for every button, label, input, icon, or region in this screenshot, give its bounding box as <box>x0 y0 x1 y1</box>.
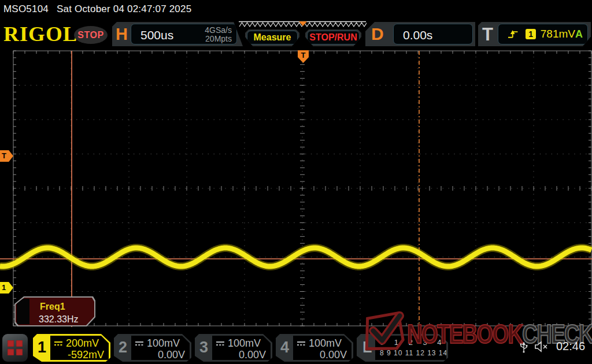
horizontal-menu-block[interactable]: H 500us 4GSa/s 20Mpts <box>112 22 243 46</box>
channel1-scale: 200mV <box>66 337 99 350</box>
delay-box[interactable]: 0.00s <box>393 24 473 44</box>
oscilloscope-screen: MSO5104Sat October 04 02:47:07 2025 RIGO… <box>0 0 592 364</box>
channel2-scale: 100mV <box>147 337 180 350</box>
channel1-offset: -592mV <box>68 349 104 361</box>
channel3-scale: 100mV <box>228 337 261 350</box>
channel2-tab[interactable]: 2 100mV 0.00V <box>114 334 191 362</box>
channel1-number: 1 <box>38 339 46 356</box>
channel2-offset: 0.00V <box>158 349 185 361</box>
sample-rate: 4GSa/s <box>205 26 232 35</box>
channel4-number: 4 <box>280 339 289 356</box>
channel2-panel: 100mV 0.00V <box>131 336 190 360</box>
timebase-box[interactable]: 500us 4GSa/s 20Mpts <box>131 24 237 44</box>
channel1-tab[interactable]: 1 200mV -592mV <box>33 334 110 362</box>
dc-coupling-icon <box>54 341 63 346</box>
status-area: 02:46 <box>519 340 585 353</box>
measurement-result-box[interactable]: Freq1 332.33Hz <box>14 296 95 326</box>
channel4-panel: 100mV 0.00V <box>293 336 352 360</box>
horizontal-label: H <box>116 25 128 44</box>
channel4-tab[interactable]: 4 100mV 0.00V <box>276 334 353 362</box>
measurement-name: Freq1 <box>40 302 65 312</box>
logic-panel: 0 1 2 3 4 5 6 7 8 9 10 11 12 13 14 15 <box>375 336 446 360</box>
logic-label: L <box>362 339 372 356</box>
trigger-source-badge: 1 <box>526 29 535 39</box>
channel2-number: 2 <box>119 339 127 356</box>
trigger-label: T <box>482 24 493 45</box>
channel4-scale: 100mV <box>309 337 342 350</box>
memory-depth: 20Mpts <box>205 35 232 43</box>
delay-value: 0.00s <box>403 28 432 42</box>
channel3-offset: 0.00V <box>239 349 266 361</box>
rigol-logo: RIGOL <box>3 23 77 46</box>
stop-run-button-label: STOP/RUN <box>307 31 360 44</box>
delay-label: D <box>371 24 384 44</box>
logic-channels-tab[interactable]: L 0 1 2 3 4 5 6 7 8 9 10 11 12 13 14 15 <box>357 334 448 362</box>
speaker-muted-icon[interactable] <box>534 340 550 353</box>
channel4-offset: 0.00V <box>320 349 347 361</box>
trigger-menu-block[interactable]: T 1 781mV A <box>478 22 591 46</box>
measure-button-label: Measure <box>247 31 298 44</box>
channel3-panel: 100mV 0.00V <box>212 336 271 360</box>
timebase-value: 500us <box>140 28 173 42</box>
measurement-value: 332.33Hz <box>39 314 79 325</box>
usb-icon <box>519 340 528 353</box>
rising-edge-icon <box>508 29 519 39</box>
dc-coupling-icon <box>216 341 225 346</box>
horizontal-position-strip[interactable] <box>238 21 367 28</box>
dc-coupling-icon <box>297 341 306 346</box>
clock-label: 02:46 <box>556 340 585 353</box>
run-state-badge: STOP <box>74 26 108 44</box>
channel1-panel: 200mV -592mV <box>50 336 109 360</box>
trigger-mode: A <box>575 28 583 40</box>
stop-run-button[interactable]: STOP/RUN <box>305 29 361 46</box>
measurement-strip <box>17 299 29 324</box>
measurement-result-panel: Freq1 332.33Hz <box>16 298 94 325</box>
channel3-tab[interactable]: 3 100mV 0.00V <box>195 334 272 362</box>
trigger-level-value: 781mV <box>541 28 575 40</box>
logic-channels-8-15: 8 9 10 11 12 13 14 15 <box>380 349 459 357</box>
trigger-box[interactable]: 1 781mV A <box>498 24 588 44</box>
measure-button[interactable]: Measure <box>245 29 299 46</box>
dc-coupling-icon <box>135 341 144 346</box>
menu-grid-icon <box>8 340 23 355</box>
main-menu-button[interactable] <box>2 334 28 362</box>
delay-menu-block[interactable]: D 0.00s <box>365 22 475 46</box>
acquisition-info: 4GSa/s 20Mpts <box>205 26 232 43</box>
channel3-number: 3 <box>199 339 208 356</box>
